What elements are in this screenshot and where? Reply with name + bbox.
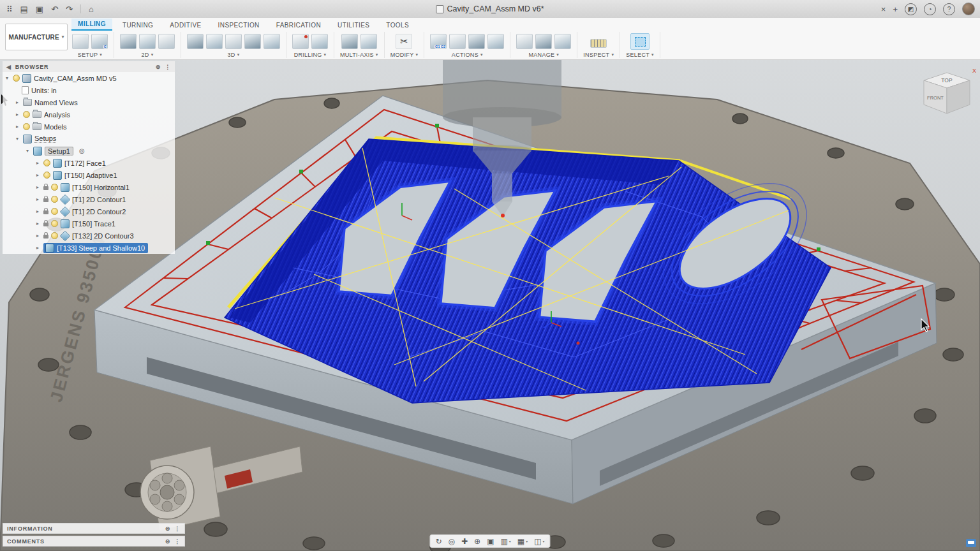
tree-item-models[interactable]: ▸ Models bbox=[3, 121, 175, 133]
tool-library-icon[interactable] bbox=[516, 34, 533, 49]
tree-item-2d-contour2[interactable]: ▸ [T1] 2D Contour2 bbox=[3, 205, 175, 217]
drill-icon[interactable] bbox=[292, 34, 309, 49]
expand-arrow-icon[interactable]: ▾ bbox=[14, 136, 20, 142]
adaptive-clearing-icon[interactable] bbox=[187, 34, 204, 49]
help-icon[interactable]: ? bbox=[943, 3, 955, 15]
document-tab[interactable]: Cavity_CAM_Assm MD v6* bbox=[436, 4, 544, 13]
tree-item-horizontal1[interactable]: ▸ [T150] Horizontal1 bbox=[3, 181, 175, 193]
task-manager-icon[interactable] bbox=[535, 34, 552, 49]
home-icon[interactable]: ⌂ bbox=[89, 4, 94, 14]
clear-toolpath-icon[interactable] bbox=[487, 34, 504, 49]
expand-arrow-icon[interactable]: ▸ bbox=[14, 124, 20, 129]
tree-item-face1[interactable]: ▸ [T172] Face1 bbox=[3, 157, 175, 169]
visibility-icon[interactable] bbox=[51, 184, 58, 191]
tab-utilities[interactable]: UTILITIES bbox=[331, 20, 376, 31]
expand-arrow-icon[interactable]: ▸ bbox=[34, 209, 41, 214]
panel-options-icon[interactable]: ⊜ bbox=[165, 538, 170, 545]
post-process-icon[interactable]: G1 G2 bbox=[430, 34, 447, 49]
parallel-icon[interactable] bbox=[225, 34, 242, 49]
job-status-icon[interactable]: ◔ bbox=[924, 3, 936, 15]
tree-item-2d-contour3[interactable]: ▸ [T132] 2D Contour3 bbox=[3, 230, 175, 242]
visibility-icon[interactable] bbox=[51, 208, 58, 215]
visibility-icon[interactable] bbox=[23, 111, 30, 118]
panel-options-icon[interactable]: ⊜ bbox=[165, 525, 170, 532]
fit-icon[interactable]: ▣ bbox=[487, 537, 494, 546]
collapse-panel-icon[interactable]: ◀ bbox=[6, 64, 11, 70]
window-select-icon[interactable] bbox=[630, 33, 650, 50]
viewports-icon[interactable]: ◫▾ bbox=[534, 537, 544, 546]
visibility-icon[interactable] bbox=[51, 196, 58, 203]
avatar[interactable] bbox=[962, 3, 975, 15]
expand-arrow-icon[interactable]: ▸ bbox=[14, 99, 20, 105]
new-setup-icon[interactable] bbox=[72, 34, 89, 49]
expand-arrow-icon[interactable]: ▸ bbox=[34, 196, 41, 202]
save-icon[interactable]: ▣ bbox=[36, 4, 43, 14]
expand-arrow-icon[interactable]: ▸ bbox=[34, 245, 41, 251]
expand-arrow-icon[interactable]: ▸ bbox=[34, 221, 41, 226]
swarf-icon[interactable] bbox=[341, 34, 358, 49]
tree-item-setups[interactable]: ▾ Setups bbox=[3, 133, 175, 145]
spiral-icon[interactable] bbox=[264, 34, 280, 49]
information-panel[interactable]: INFORMATION ⊜ ⋮ bbox=[3, 523, 185, 534]
expand-arrow-icon[interactable]: ▸ bbox=[14, 112, 20, 117]
close-document-icon[interactable]: × bbox=[881, 4, 886, 14]
extensions-icon[interactable]: ◩ bbox=[905, 3, 917, 15]
pocket-clearing-icon[interactable] bbox=[206, 34, 223, 49]
setup-sheet-icon[interactable] bbox=[449, 34, 466, 49]
visibility-icon[interactable] bbox=[13, 75, 20, 82]
new-document-icon[interactable]: + bbox=[893, 4, 898, 14]
scallop-icon[interactable] bbox=[244, 34, 261, 49]
tab-inspection[interactable]: INSPECTION bbox=[212, 20, 266, 31]
expand-arrow-icon[interactable]: ▾ bbox=[4, 75, 10, 81]
tree-item-units[interactable]: Units: in bbox=[3, 84, 175, 96]
tree-item-adaptive1[interactable]: ▸ [T150] Adaptive1 bbox=[3, 169, 175, 181]
pan-icon[interactable]: ✚ bbox=[461, 537, 468, 546]
panel-menu-icon[interactable]: ⋮ bbox=[174, 525, 181, 532]
grid-snaps-icon[interactable]: ▦▾ bbox=[517, 537, 528, 546]
templates-icon[interactable] bbox=[554, 34, 571, 49]
measure-icon[interactable] bbox=[590, 39, 607, 48]
tree-item-steep-and-shallow10[interactable]: ▸ [T133] Steep and Shallow10 bbox=[3, 242, 175, 254]
display-settings-icon[interactable]: ▥▾ bbox=[500, 537, 510, 546]
tree-item-setup1[interactable]: ▾ Setup1 ◎ bbox=[3, 145, 175, 157]
visibility-icon[interactable] bbox=[51, 220, 58, 227]
tree-item-root[interactable]: ▾ Cavity_CAM_Assm MD v5 bbox=[3, 72, 175, 84]
visibility-icon[interactable] bbox=[51, 232, 58, 239]
zoom-icon[interactable]: ⊕ bbox=[474, 537, 480, 546]
trim-toolpath-icon[interactable]: ✂ bbox=[396, 34, 412, 49]
tree-item-2d-contour1[interactable]: ▸ [T1] 2D Contour1 bbox=[3, 193, 175, 205]
panel-options-icon[interactable]: ⊜ bbox=[156, 64, 161, 70]
tab-fabrication[interactable]: FABRICATION bbox=[270, 20, 327, 31]
undo-icon[interactable]: ↶ bbox=[51, 4, 58, 14]
2d-contour-icon[interactable] bbox=[158, 34, 175, 49]
expand-arrow-icon[interactable]: ▸ bbox=[34, 233, 41, 239]
simulate-icon[interactable] bbox=[468, 34, 485, 49]
expand-arrow-icon[interactable]: ▸ bbox=[34, 172, 41, 178]
active-setup-radio-icon[interactable]: ◎ bbox=[79, 147, 85, 154]
tab-turning[interactable]: TURNING bbox=[116, 20, 160, 31]
tab-additive[interactable]: ADDITIVE bbox=[163, 20, 207, 31]
apps-grid-icon[interactable]: ⠿ bbox=[6, 4, 13, 14]
tree-item-named-views[interactable]: ▸ Named Views bbox=[3, 96, 175, 108]
browser-header[interactable]: ◀ BROWSER ⊜ ⋮ bbox=[3, 61, 175, 72]
tab-milling[interactable]: MILLING bbox=[71, 18, 112, 31]
expand-arrow-icon[interactable]: ▾ bbox=[24, 148, 31, 154]
generate-gcode-icon[interactable]: G bbox=[91, 34, 108, 49]
visibility-icon[interactable] bbox=[43, 172, 50, 179]
visibility-icon[interactable] bbox=[43, 159, 50, 166]
orbit-icon[interactable]: ↻ bbox=[435, 537, 442, 546]
expand-arrow-icon[interactable]: ▸ bbox=[34, 184, 41, 190]
redo-icon[interactable]: ↷ bbox=[66, 4, 73, 14]
panel-menu-icon[interactable]: ⋮ bbox=[174, 538, 181, 545]
tree-item-trace1[interactable]: ▸ [T150] Trace1 bbox=[3, 217, 175, 230]
2d-pocket-icon[interactable] bbox=[139, 34, 156, 49]
visibility-icon[interactable] bbox=[23, 123, 30, 130]
workspace-switcher[interactable]: MANUFACTURE ▾ bbox=[5, 24, 68, 50]
comments-indicator-icon[interactable] bbox=[966, 539, 976, 547]
look-at-icon[interactable]: ◎ bbox=[449, 537, 455, 546]
data-panel-icon[interactable]: ▤ bbox=[20, 4, 28, 14]
multiaxis-contour-icon[interactable] bbox=[360, 34, 377, 49]
circular-milling-icon[interactable] bbox=[311, 34, 328, 49]
selected-operation[interactable]: [T133] Steep and Shallow10 bbox=[43, 243, 148, 253]
2d-adaptive-icon[interactable] bbox=[120, 34, 137, 49]
